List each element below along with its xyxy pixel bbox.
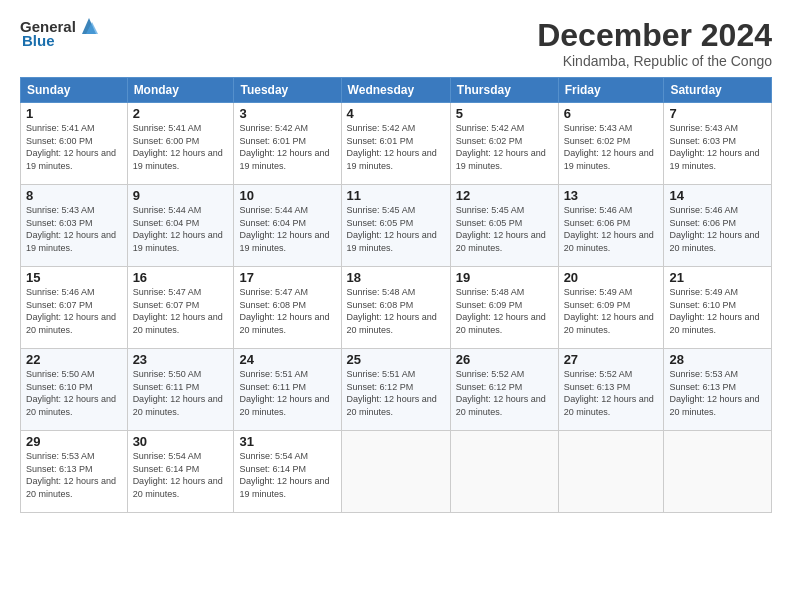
calendar-week-row: 1 Sunrise: 5:41 AMSunset: 6:00 PMDayligh…	[21, 103, 772, 185]
table-row: 20 Sunrise: 5:49 AMSunset: 6:09 PMDaylig…	[558, 267, 664, 349]
day-number: 6	[564, 106, 659, 121]
day-number: 30	[133, 434, 229, 449]
day-info: Sunrise: 5:47 AMSunset: 6:08 PMDaylight:…	[239, 286, 335, 336]
table-row: 11 Sunrise: 5:45 AMSunset: 6:05 PMDaylig…	[341, 185, 450, 267]
day-number: 17	[239, 270, 335, 285]
day-info: Sunrise: 5:46 AMSunset: 6:06 PMDaylight:…	[564, 204, 659, 254]
table-row: 8 Sunrise: 5:43 AMSunset: 6:03 PMDayligh…	[21, 185, 128, 267]
day-number: 27	[564, 352, 659, 367]
day-info: Sunrise: 5:41 AMSunset: 6:00 PMDaylight:…	[26, 122, 122, 172]
table-row: 5 Sunrise: 5:42 AMSunset: 6:02 PMDayligh…	[450, 103, 558, 185]
day-number: 3	[239, 106, 335, 121]
day-number: 22	[26, 352, 122, 367]
table-row: 1 Sunrise: 5:41 AMSunset: 6:00 PMDayligh…	[21, 103, 128, 185]
day-info: Sunrise: 5:51 AMSunset: 6:11 PMDaylight:…	[239, 368, 335, 418]
col-thursday: Thursday	[450, 78, 558, 103]
day-info: Sunrise: 5:54 AMSunset: 6:14 PMDaylight:…	[133, 450, 229, 500]
day-number: 2	[133, 106, 229, 121]
day-number: 23	[133, 352, 229, 367]
table-row: 6 Sunrise: 5:43 AMSunset: 6:02 PMDayligh…	[558, 103, 664, 185]
table-row: 7 Sunrise: 5:43 AMSunset: 6:03 PMDayligh…	[664, 103, 772, 185]
day-info: Sunrise: 5:43 AMSunset: 6:03 PMDaylight:…	[26, 204, 122, 254]
day-number: 5	[456, 106, 553, 121]
table-row: 13 Sunrise: 5:46 AMSunset: 6:06 PMDaylig…	[558, 185, 664, 267]
day-number: 18	[347, 270, 445, 285]
day-number: 16	[133, 270, 229, 285]
table-row: 21 Sunrise: 5:49 AMSunset: 6:10 PMDaylig…	[664, 267, 772, 349]
col-wednesday: Wednesday	[341, 78, 450, 103]
day-number: 31	[239, 434, 335, 449]
day-number: 14	[669, 188, 766, 203]
day-number: 26	[456, 352, 553, 367]
day-info: Sunrise: 5:54 AMSunset: 6:14 PMDaylight:…	[239, 450, 335, 500]
day-info: Sunrise: 5:42 AMSunset: 6:02 PMDaylight:…	[456, 122, 553, 172]
table-row: 3 Sunrise: 5:42 AMSunset: 6:01 PMDayligh…	[234, 103, 341, 185]
day-number: 28	[669, 352, 766, 367]
table-row: 27 Sunrise: 5:52 AMSunset: 6:13 PMDaylig…	[558, 349, 664, 431]
table-row: 2 Sunrise: 5:41 AMSunset: 6:00 PMDayligh…	[127, 103, 234, 185]
col-friday: Friday	[558, 78, 664, 103]
month-title: December 2024	[537, 18, 772, 53]
day-number: 9	[133, 188, 229, 203]
col-saturday: Saturday	[664, 78, 772, 103]
day-number: 7	[669, 106, 766, 121]
day-info: Sunrise: 5:42 AMSunset: 6:01 PMDaylight:…	[239, 122, 335, 172]
logo-blue: Blue	[22, 32, 55, 50]
day-number: 29	[26, 434, 122, 449]
table-row: 17 Sunrise: 5:47 AMSunset: 6:08 PMDaylig…	[234, 267, 341, 349]
table-row: 30 Sunrise: 5:54 AMSunset: 6:14 PMDaylig…	[127, 431, 234, 513]
col-sunday: Sunday	[21, 78, 128, 103]
table-row: 15 Sunrise: 5:46 AMSunset: 6:07 PMDaylig…	[21, 267, 128, 349]
day-info: Sunrise: 5:52 AMSunset: 6:13 PMDaylight:…	[564, 368, 659, 418]
day-info: Sunrise: 5:42 AMSunset: 6:01 PMDaylight:…	[347, 122, 445, 172]
day-info: Sunrise: 5:52 AMSunset: 6:12 PMDaylight:…	[456, 368, 553, 418]
day-number: 21	[669, 270, 766, 285]
day-info: Sunrise: 5:50 AMSunset: 6:11 PMDaylight:…	[133, 368, 229, 418]
table-row	[558, 431, 664, 513]
day-number: 4	[347, 106, 445, 121]
day-info: Sunrise: 5:48 AMSunset: 6:09 PMDaylight:…	[456, 286, 553, 336]
day-number: 20	[564, 270, 659, 285]
calendar-header-row: Sunday Monday Tuesday Wednesday Thursday…	[21, 78, 772, 103]
header: General Blue December 2024 Kindamba, Rep…	[20, 18, 772, 69]
day-info: Sunrise: 5:48 AMSunset: 6:08 PMDaylight:…	[347, 286, 445, 336]
day-info: Sunrise: 5:46 AMSunset: 6:07 PMDaylight:…	[26, 286, 122, 336]
day-info: Sunrise: 5:53 AMSunset: 6:13 PMDaylight:…	[26, 450, 122, 500]
table-row: 12 Sunrise: 5:45 AMSunset: 6:05 PMDaylig…	[450, 185, 558, 267]
table-row: 18 Sunrise: 5:48 AMSunset: 6:08 PMDaylig…	[341, 267, 450, 349]
title-section: December 2024 Kindamba, Republic of the …	[537, 18, 772, 69]
day-info: Sunrise: 5:49 AMSunset: 6:10 PMDaylight:…	[669, 286, 766, 336]
day-number: 12	[456, 188, 553, 203]
table-row: 31 Sunrise: 5:54 AMSunset: 6:14 PMDaylig…	[234, 431, 341, 513]
col-monday: Monday	[127, 78, 234, 103]
calendar-week-row: 29 Sunrise: 5:53 AMSunset: 6:13 PMDaylig…	[21, 431, 772, 513]
table-row: 29 Sunrise: 5:53 AMSunset: 6:13 PMDaylig…	[21, 431, 128, 513]
table-row: 10 Sunrise: 5:44 AMSunset: 6:04 PMDaylig…	[234, 185, 341, 267]
day-number: 15	[26, 270, 122, 285]
table-row	[341, 431, 450, 513]
table-row	[664, 431, 772, 513]
table-row: 16 Sunrise: 5:47 AMSunset: 6:07 PMDaylig…	[127, 267, 234, 349]
day-info: Sunrise: 5:43 AMSunset: 6:03 PMDaylight:…	[669, 122, 766, 172]
day-info: Sunrise: 5:53 AMSunset: 6:13 PMDaylight:…	[669, 368, 766, 418]
table-row: 23 Sunrise: 5:50 AMSunset: 6:11 PMDaylig…	[127, 349, 234, 431]
table-row: 22 Sunrise: 5:50 AMSunset: 6:10 PMDaylig…	[21, 349, 128, 431]
day-number: 10	[239, 188, 335, 203]
day-info: Sunrise: 5:44 AMSunset: 6:04 PMDaylight:…	[133, 204, 229, 254]
table-row: 28 Sunrise: 5:53 AMSunset: 6:13 PMDaylig…	[664, 349, 772, 431]
day-number: 19	[456, 270, 553, 285]
table-row: 19 Sunrise: 5:48 AMSunset: 6:09 PMDaylig…	[450, 267, 558, 349]
calendar: Sunday Monday Tuesday Wednesday Thursday…	[20, 77, 772, 513]
table-row: 26 Sunrise: 5:52 AMSunset: 6:12 PMDaylig…	[450, 349, 558, 431]
day-number: 1	[26, 106, 122, 121]
table-row: 24 Sunrise: 5:51 AMSunset: 6:11 PMDaylig…	[234, 349, 341, 431]
table-row: 25 Sunrise: 5:51 AMSunset: 6:12 PMDaylig…	[341, 349, 450, 431]
day-number: 25	[347, 352, 445, 367]
location: Kindamba, Republic of the Congo	[537, 53, 772, 69]
day-number: 8	[26, 188, 122, 203]
day-info: Sunrise: 5:45 AMSunset: 6:05 PMDaylight:…	[347, 204, 445, 254]
day-info: Sunrise: 5:41 AMSunset: 6:00 PMDaylight:…	[133, 122, 229, 172]
day-info: Sunrise: 5:43 AMSunset: 6:02 PMDaylight:…	[564, 122, 659, 172]
calendar-week-row: 22 Sunrise: 5:50 AMSunset: 6:10 PMDaylig…	[21, 349, 772, 431]
logo: General Blue	[20, 18, 100, 50]
